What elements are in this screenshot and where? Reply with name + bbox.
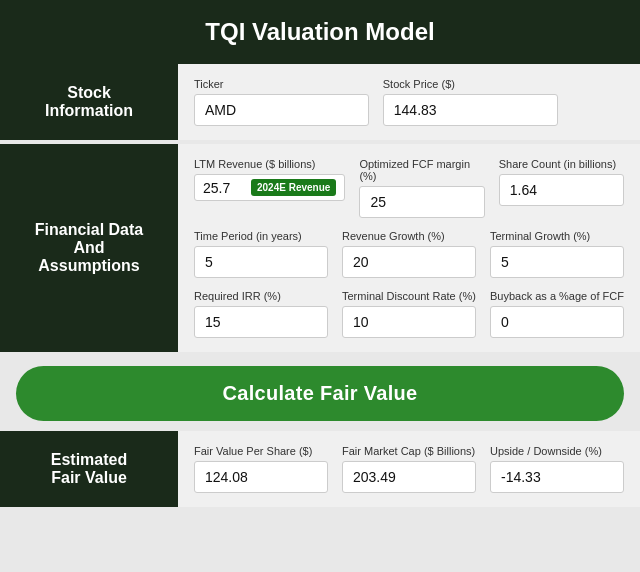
fair-value-per-share-group: Fair Value Per Share ($) bbox=[194, 445, 328, 493]
ltm-revenue-input[interactable] bbox=[203, 180, 243, 196]
fair-market-cap-label: Fair Market Cap ($ Billions) bbox=[342, 445, 476, 457]
upside-downside-group: Upside / Downside (%) bbox=[490, 445, 624, 493]
ticker-label: Ticker bbox=[194, 78, 369, 90]
ltm-revenue-input-wrapper: 2024E Revenue bbox=[194, 174, 345, 201]
stock-information-content: Ticker Stock Price ($) bbox=[178, 64, 640, 140]
fair-value-per-share-label: Fair Value Per Share ($) bbox=[194, 445, 328, 457]
fcf-margin-label: Optimized FCF margin (%) bbox=[359, 158, 484, 182]
fair-market-cap-input[interactable] bbox=[342, 461, 476, 493]
terminal-growth-input[interactable] bbox=[490, 246, 624, 278]
share-count-input[interactable] bbox=[499, 174, 624, 206]
irr-label: Required IRR (%) bbox=[194, 290, 328, 302]
fcf-margin-group: Optimized FCF margin (%) bbox=[359, 158, 484, 218]
time-period-group: Time Period (in years) bbox=[194, 230, 328, 278]
stock-information-section: StockInformation Ticker Stock Price ($) bbox=[0, 64, 640, 144]
ltm-badge: 2024E Revenue bbox=[251, 179, 336, 196]
terminal-growth-group: Terminal Growth (%) bbox=[490, 230, 624, 278]
discount-rate-label: Terminal Discount Rate (%) bbox=[342, 290, 476, 302]
discount-rate-group: Terminal Discount Rate (%) bbox=[342, 290, 476, 338]
revenue-growth-group: Revenue Growth (%) bbox=[342, 230, 476, 278]
spacer bbox=[572, 78, 624, 126]
time-period-input[interactable] bbox=[194, 246, 328, 278]
app-header: TQI Valuation Model bbox=[0, 0, 640, 64]
buyback-input[interactable] bbox=[490, 306, 624, 338]
discount-rate-input[interactable] bbox=[342, 306, 476, 338]
estimated-fair-value-section: EstimatedFair Value Fair Value Per Share… bbox=[0, 431, 640, 507]
revenue-growth-label: Revenue Growth (%) bbox=[342, 230, 476, 242]
stock-fields-row: Ticker Stock Price ($) bbox=[194, 78, 624, 126]
fcf-margin-input[interactable] bbox=[359, 186, 484, 218]
fair-market-cap-group: Fair Market Cap ($ Billions) bbox=[342, 445, 476, 493]
stock-information-label: StockInformation bbox=[0, 64, 178, 140]
financial-data-label: Financial DataAndAssumptions bbox=[0, 144, 178, 352]
fair-value-per-share-input[interactable] bbox=[194, 461, 328, 493]
time-period-label: Time Period (in years) bbox=[194, 230, 328, 242]
financial-row-3: Required IRR (%) Terminal Discount Rate … bbox=[194, 290, 624, 338]
irr-input[interactable] bbox=[194, 306, 328, 338]
stock-price-label: Stock Price ($) bbox=[383, 78, 558, 90]
terminal-growth-label: Terminal Growth (%) bbox=[490, 230, 624, 242]
stock-price-input[interactable] bbox=[383, 94, 558, 126]
ltm-revenue-group: LTM Revenue ($ billions) 2024E Revenue bbox=[194, 158, 345, 218]
upside-downside-input[interactable] bbox=[490, 461, 624, 493]
revenue-growth-input[interactable] bbox=[342, 246, 476, 278]
share-count-label: Share Count (in billions) bbox=[499, 158, 624, 170]
buyback-group: Buyback as a %age of FCF bbox=[490, 290, 624, 338]
calculate-button-row: Calculate Fair Value bbox=[0, 356, 640, 431]
estimated-fair-value-content: Fair Value Per Share ($) Fair Market Cap… bbox=[178, 431, 640, 507]
irr-group: Required IRR (%) bbox=[194, 290, 328, 338]
financial-data-section: Financial DataAndAssumptions LTM Revenue… bbox=[0, 144, 640, 356]
ticker-field-group: Ticker bbox=[194, 78, 369, 126]
buyback-label: Buyback as a %age of FCF bbox=[490, 290, 624, 302]
efv-fields-row: Fair Value Per Share ($) Fair Market Cap… bbox=[194, 445, 624, 493]
app-title: TQI Valuation Model bbox=[205, 18, 434, 45]
share-count-group: Share Count (in billions) bbox=[499, 158, 624, 218]
financial-data-content: LTM Revenue ($ billions) 2024E Revenue O… bbox=[178, 144, 640, 352]
financial-row-1: LTM Revenue ($ billions) 2024E Revenue O… bbox=[194, 158, 624, 218]
financial-row-2: Time Period (in years) Revenue Growth (%… bbox=[194, 230, 624, 278]
ltm-revenue-label: LTM Revenue ($ billions) bbox=[194, 158, 345, 170]
estimated-fair-value-label: EstimatedFair Value bbox=[0, 431, 178, 507]
calculate-fair-value-button[interactable]: Calculate Fair Value bbox=[16, 366, 624, 421]
upside-downside-label: Upside / Downside (%) bbox=[490, 445, 624, 457]
ticker-input[interactable] bbox=[194, 94, 369, 126]
stock-price-field-group: Stock Price ($) bbox=[383, 78, 558, 126]
